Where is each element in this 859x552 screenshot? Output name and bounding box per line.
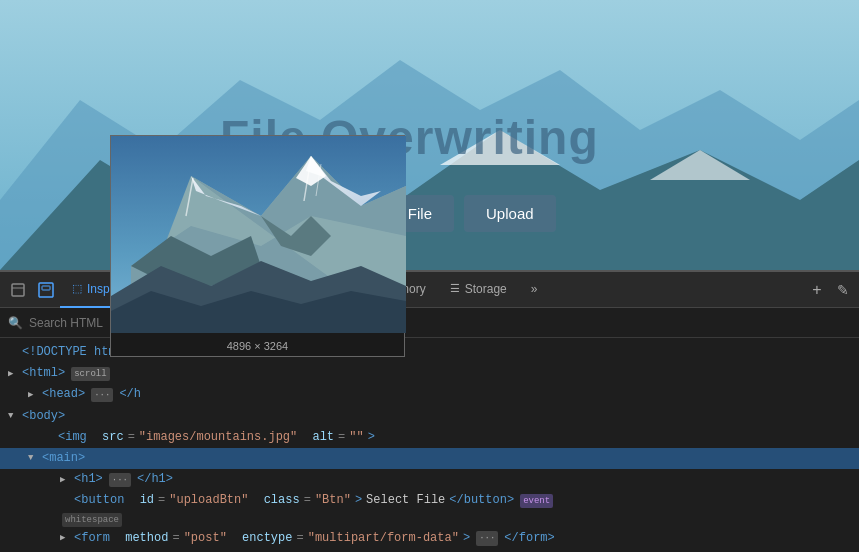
html-line-img: <img src="images/mountains.jpg" alt=""> bbox=[0, 427, 859, 448]
image-dimensions: 4896 × 3264 bbox=[111, 337, 404, 356]
tab-more-label: » bbox=[531, 282, 538, 296]
collapse-triangle[interactable]: ▶ bbox=[60, 473, 70, 487]
ellipsis-badge: ··· bbox=[109, 473, 131, 487]
collapse-triangle[interactable] bbox=[44, 430, 54, 444]
tab-storage-label: Storage bbox=[465, 282, 507, 296]
html-tree: <!DOCTYPE htm ▶ <html> scroll ▶ <head> ·… bbox=[0, 338, 859, 552]
devtools-settings-button[interactable]: ✎ bbox=[831, 278, 855, 302]
add-tab-button[interactable]: + bbox=[805, 278, 829, 302]
html-line-h1: ▶ <h1> ··· </h1> bbox=[0, 469, 859, 490]
collapse-triangle[interactable]: ▼ bbox=[8, 409, 18, 423]
collapse-triangle[interactable] bbox=[60, 494, 70, 508]
mountain-image bbox=[111, 136, 406, 333]
html-line-head: ▶ <head> ··· </h bbox=[0, 384, 859, 405]
svg-rect-22 bbox=[42, 286, 50, 290]
html-line-whitespace: whitespace bbox=[0, 512, 859, 528]
collapse-triangle[interactable]: ▶ bbox=[28, 388, 38, 402]
event-badge: event bbox=[520, 494, 553, 508]
collapse-triangle[interactable]: ▼ bbox=[28, 451, 38, 465]
upload-button[interactable]: Upload bbox=[464, 195, 556, 232]
whitespace-badge: whitespace bbox=[62, 513, 122, 527]
collapse-triangle[interactable] bbox=[8, 345, 18, 359]
storage-tab-icon: ☰ bbox=[450, 282, 460, 295]
collapse-triangle[interactable]: ▶ bbox=[60, 531, 70, 545]
ellipsis-badge: ··· bbox=[476, 531, 498, 545]
toolbar-right-actions: + ✎ bbox=[805, 278, 855, 302]
svg-marker-15 bbox=[111, 291, 406, 333]
html-line-form: ▶ <form method="post" enctype="multipart… bbox=[0, 528, 859, 549]
inspector-tab-icon: ⬚ bbox=[72, 282, 82, 295]
html-line-main[interactable]: ▼ <main> bbox=[0, 448, 859, 469]
html-line-html: ▶ <html> scroll bbox=[0, 363, 859, 384]
tab-more[interactable]: » bbox=[519, 272, 550, 308]
svg-rect-19 bbox=[12, 284, 24, 296]
ellipsis-badge: ··· bbox=[91, 388, 113, 402]
inspector-toggle-icon[interactable] bbox=[4, 276, 32, 304]
tab-storage[interactable]: ☰ Storage bbox=[438, 272, 519, 308]
html-line-button: <button id="uploadBtn" class="Btn">Selec… bbox=[0, 490, 859, 511]
html-line-body: ▼ <body> bbox=[0, 406, 859, 427]
collapse-triangle[interactable]: ▶ bbox=[8, 367, 18, 381]
element-picker-icon[interactable] bbox=[32, 276, 60, 304]
scroll-badge: scroll bbox=[71, 367, 109, 381]
image-preview-tooltip: 4896 × 3264 bbox=[110, 135, 405, 357]
search-icon: 🔍 bbox=[8, 316, 23, 330]
